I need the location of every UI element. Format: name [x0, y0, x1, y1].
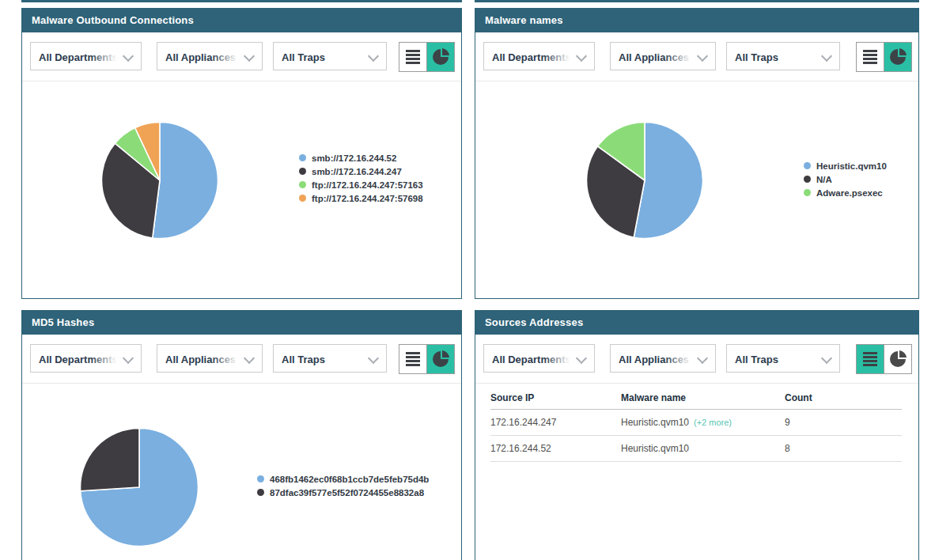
legend-item: 87dfac39f577e5f52f0724455e8832a8 [257, 487, 429, 498]
legend-item: Heuristic.qvm10 [804, 161, 887, 171]
legend-bullet [299, 168, 306, 175]
cutoff-panel-bottom-border [21, 0, 462, 2]
legend-label: smb://172.16.244.52 [312, 153, 396, 163]
cell-count: 9 [785, 410, 902, 436]
cell-source-ip: 172.16.244.247 [490, 410, 621, 436]
legend-label: Adware.psexec [816, 188, 883, 198]
legend-bullet [257, 489, 264, 496]
panel-sources-addresses: Sources Addresses All Departments All Ap… [475, 310, 919, 560]
cell-malware-name: Heuristic.qvm10 [621, 436, 785, 462]
chart-legend: Heuristic.qvm10 N/A Adware.psexec [804, 161, 887, 198]
legend-item: ftp://172.16.244.247:57698 [299, 193, 423, 203]
department-filter-dropdown[interactable]: All Departments [483, 42, 595, 70]
legend-item: 468fb1462ec0f68b1ccb7de5feb75d4b [257, 474, 429, 484]
legend-bullet [257, 475, 264, 482]
panel-title: MD5 Hashes [22, 311, 461, 335]
table-row: 172.16.244.52 Heuristic.qvm10 8 [490, 436, 902, 462]
column-header-malware-name: Malware name [621, 387, 785, 410]
legend-bullet [804, 189, 811, 196]
appliances-filter-dropdown[interactable]: All Appliances [157, 42, 263, 70]
view-toggle-group [856, 42, 912, 72]
chart-legend: 468fb1462ec0f68b1ccb7de5feb75d4b 87dfac3… [257, 474, 429, 498]
view-toggle-group [399, 344, 455, 374]
cell-source-ip: 172.16.244.52 [490, 436, 621, 462]
list-view-button[interactable] [399, 43, 426, 71]
cutoff-panel-bottom-border [475, 0, 919, 2]
panel-title: Malware names [475, 9, 918, 32]
appliances-filter-dropdown[interactable]: All Appliances [157, 344, 263, 373]
legend-item: smb://172.16.244.247 [299, 166, 423, 176]
pie-view-button[interactable] [426, 43, 454, 71]
panel-malware-names: Malware names All Departments All Applia… [475, 8, 919, 299]
table-header-row: Source IP Malware name Count [490, 387, 902, 410]
legend-label: ftp://172.16.244.247:57163 [312, 180, 423, 190]
traps-filter-dropdown[interactable]: All Traps [726, 344, 840, 373]
pie-chart [585, 121, 704, 240]
pie-chart-icon [889, 350, 907, 368]
pie-view-button[interactable] [884, 345, 911, 373]
filter-row: All Departments All Appliances All Traps [475, 32, 918, 81]
legend-label: 87dfac39f577e5f52f0724455e8832a8 [270, 488, 424, 498]
list-icon [406, 352, 420, 366]
legend-item: Adware.psexec [804, 187, 887, 198]
panel-body: All Departments All Appliances All Traps [22, 32, 461, 298]
panel-title: Sources Addresses [475, 311, 918, 335]
chart-legend: smb://172.16.244.52 smb://172.16.244.247… [299, 153, 423, 203]
pie-chart-icon [432, 350, 449, 368]
department-filter-dropdown[interactable]: All Departments [483, 344, 595, 373]
panel-body: All Departments All Appliances All Traps [475, 32, 918, 298]
legend-label: 468fb1462ec0f68b1ccb7de5feb75d4b [270, 475, 429, 484]
pie-view-button[interactable] [884, 43, 911, 71]
list-view-button[interactable] [857, 43, 884, 71]
panel-title: Malware Outbound Connections [22, 9, 461, 32]
column-header-source-ip: Source IP [490, 387, 621, 410]
cell-malware-name: Heuristic.qvm10(+2 more) [621, 410, 785, 436]
filter-row: All Departments All Appliances All Traps [475, 335, 918, 384]
panel-malware-outbound-connections: Malware Outbound Connections All Departm… [21, 8, 462, 299]
malware-name-text: Heuristic.qvm10 [621, 443, 689, 454]
traps-filter-dropdown[interactable]: All Traps [726, 42, 840, 70]
filter-row: All Departments All Appliances All Traps [22, 335, 461, 384]
department-filter-dropdown[interactable]: All Departments [30, 42, 142, 70]
panel-body: All Departments All Appliances All Traps [22, 335, 461, 560]
legend-bullet [804, 176, 811, 183]
list-icon [863, 352, 877, 366]
dashboard: { "theme": { "header_bg": "#2e6379", "ac… [0, 0, 935, 560]
appliances-filter-dropdown[interactable]: All Appliances [610, 42, 716, 70]
panel-md5-hashes: MD5 Hashes All Departments All Appliance… [21, 310, 462, 560]
pie-view-button[interactable] [426, 345, 454, 373]
legend-item: N/A [804, 174, 887, 184]
legend-bullet [299, 181, 306, 188]
legend-bullet [299, 195, 306, 202]
sources-table: Source IP Malware name Count 172.16.244.… [490, 387, 902, 462]
view-toggle-group [399, 42, 455, 72]
pie-chart [79, 427, 199, 547]
legend-label: Heuristic.qvm10 [816, 161, 887, 171]
legend-label: ftp://172.16.244.247:57698 [312, 194, 423, 203]
appliances-filter-dropdown[interactable]: All Appliances [610, 344, 716, 373]
legend-label: N/A [816, 175, 832, 184]
traps-filter-dropdown[interactable]: All Traps [273, 42, 387, 70]
malware-name-text: Heuristic.qvm10 [621, 417, 689, 428]
legend-label: smb://172.16.244.247 [312, 167, 402, 176]
list-view-button[interactable] [857, 345, 884, 373]
list-view-button[interactable] [399, 345, 426, 373]
legend-bullet [299, 154, 306, 161]
traps-filter-dropdown[interactable]: All Traps [273, 344, 387, 373]
pie-chart-icon [432, 48, 449, 66]
table-row: 172.16.244.247 Heuristic.qvm10(+2 more) … [490, 410, 902, 436]
legend-bullet [804, 162, 811, 169]
legend-item: ftp://172.16.244.247:57163 [299, 180, 423, 190]
filter-row: All Departments All Appliances All Traps [22, 32, 461, 81]
list-icon [863, 50, 877, 64]
panel-body: All Departments All Appliances All Traps [475, 335, 918, 560]
column-header-count: Count [785, 387, 902, 410]
pie-chart [100, 121, 219, 240]
pie-chart-icon [889, 48, 907, 66]
legend-item: smb://172.16.244.52 [299, 153, 423, 163]
list-icon [406, 50, 420, 64]
view-toggle-group [856, 344, 912, 374]
more-malware-link[interactable]: (+2 more) [694, 418, 732, 427]
cell-count: 8 [785, 436, 902, 462]
department-filter-dropdown[interactable]: All Departments [30, 344, 142, 373]
